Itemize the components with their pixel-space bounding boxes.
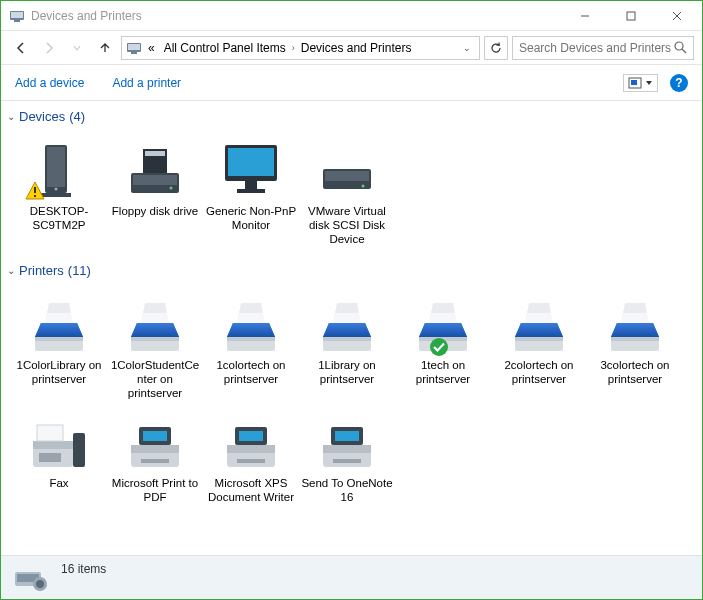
view-icon (628, 77, 642, 89)
item-label: Microsoft XPS Document Writer (205, 477, 297, 505)
svg-rect-13 (631, 80, 637, 85)
svg-rect-14 (34, 187, 36, 193)
item-label: Generic Non-PnP Monitor (205, 205, 297, 233)
device-item[interactable]: Floppy disk drive (107, 133, 203, 250)
device-item[interactable]: 1tech on printserver (395, 287, 491, 404)
device-item[interactable]: Fax (11, 405, 107, 509)
refresh-button[interactable] (484, 36, 508, 60)
item-icon (503, 291, 575, 355)
window-title: Devices and Printers (31, 9, 562, 23)
item-label: Floppy disk drive (112, 205, 198, 219)
item-label: 1Library on printserver (301, 359, 393, 387)
chevron-down-icon: ⌄ (7, 265, 15, 276)
device-item[interactable]: Generic Non-PnP Monitor (203, 133, 299, 250)
item-icon (119, 409, 191, 473)
device-item[interactable]: Microsoft Print to PDF (107, 405, 203, 509)
address-bar[interactable]: « All Control Panel Items › Devices and … (121, 36, 480, 60)
group-grid: DESKTOP-SC9TM2P Floppy disk drive Generi… (7, 127, 696, 260)
breadcrumb-item[interactable]: All Control Panel Items (161, 39, 289, 57)
svg-point-20 (36, 580, 44, 588)
item-icon (407, 291, 479, 355)
device-item[interactable]: 1ColorLibrary on printserver (11, 287, 107, 404)
device-item[interactable]: 2colortech on printserver (491, 287, 587, 404)
recent-locations-button[interactable] (65, 36, 89, 60)
status-bar: 16 items (1, 555, 702, 599)
item-label: VMware Virtual disk SCSI Disk Device (301, 205, 393, 246)
search-box[interactable] (512, 36, 694, 60)
item-label: 1colortech on printserver (205, 359, 297, 387)
item-icon (119, 291, 191, 355)
device-item[interactable]: 1ColorStudentCenter on printserver (107, 287, 203, 404)
command-bar: Add a device Add a printer ? (1, 65, 702, 101)
item-icon (311, 137, 383, 201)
breadcrumb-item[interactable]: Devices and Printers (298, 39, 415, 57)
device-item[interactable]: 3colortech on printserver (587, 287, 683, 404)
item-icon (215, 291, 287, 355)
svg-rect-2 (14, 20, 20, 22)
device-item[interactable]: 1Library on printserver (299, 287, 395, 404)
item-icon (23, 409, 95, 473)
item-icon (311, 409, 383, 473)
group-header[interactable]: ⌄ Devices (4) (7, 106, 696, 127)
item-label: 2colortech on printserver (493, 359, 585, 387)
status-text: 16 items (61, 562, 106, 576)
group-name: Devices (19, 109, 65, 124)
window-icon (9, 8, 25, 24)
default-check-icon (429, 337, 449, 357)
help-button[interactable]: ? (670, 74, 688, 92)
item-icon (215, 137, 287, 201)
device-item[interactable]: Microsoft XPS Document Writer (203, 405, 299, 509)
device-item[interactable]: DESKTOP-SC9TM2P (11, 133, 107, 250)
content-pane: ⌄ Devices (4) DESKTOP-SC9TM2P Floppy dis… (1, 102, 702, 555)
svg-line-11 (682, 49, 686, 53)
item-label: 1tech on printserver (397, 359, 489, 387)
device-item[interactable]: Send To OneNote 16 (299, 405, 395, 509)
svg-point-10 (675, 42, 683, 50)
item-icon (215, 409, 287, 473)
svg-rect-8 (128, 44, 140, 50)
device-item[interactable]: 1colortech on printserver (203, 287, 299, 404)
item-label: 1ColorLibrary on printserver (13, 359, 105, 387)
status-icon (13, 562, 49, 594)
breadcrumb-ellipsis[interactable]: « (145, 39, 158, 57)
group-grid: 1ColorLibrary on printserver 1ColorStude… (7, 281, 696, 518)
item-icon (119, 137, 191, 201)
address-icon (126, 40, 142, 56)
chevron-down-icon: ⌄ (7, 111, 15, 122)
device-item[interactable]: VMware Virtual disk SCSI Disk Device (299, 133, 395, 250)
item-icon (599, 291, 671, 355)
svg-rect-1 (11, 12, 23, 18)
svg-rect-4 (627, 12, 635, 20)
item-label: 3colortech on printserver (589, 359, 681, 387)
item-label: Microsoft Print to PDF (109, 477, 201, 505)
item-icon (23, 137, 95, 201)
search-input[interactable] (519, 41, 674, 55)
group-count: (4) (69, 109, 85, 124)
minimize-button[interactable] (562, 1, 608, 31)
chevron-down-icon (645, 79, 653, 87)
warning-icon (25, 181, 45, 201)
view-options-button[interactable] (623, 74, 658, 92)
item-icon (23, 291, 95, 355)
svg-rect-15 (34, 195, 36, 197)
add-printer-button[interactable]: Add a printer (112, 76, 181, 90)
nav-row: « All Control Panel Items › Devices and … (1, 31, 702, 65)
group-header[interactable]: ⌄ Printers (11) (7, 260, 696, 281)
search-icon[interactable] (674, 41, 687, 54)
svg-point-16 (430, 338, 448, 356)
maximize-button[interactable] (608, 1, 654, 31)
back-button[interactable] (9, 36, 33, 60)
item-label: 1ColorStudentCenter on printserver (109, 359, 201, 400)
add-device-button[interactable]: Add a device (15, 76, 84, 90)
close-button[interactable] (654, 1, 700, 31)
titlebar: Devices and Printers (1, 1, 702, 31)
item-label: Send To OneNote 16 (301, 477, 393, 505)
up-button[interactable] (93, 36, 117, 60)
breadcrumb-sep-icon: › (292, 43, 295, 53)
item-label: Fax (49, 477, 68, 491)
forward-button[interactable] (37, 36, 61, 60)
svg-rect-9 (131, 52, 137, 54)
address-dropdown-button[interactable]: ⌄ (459, 43, 475, 53)
group-count: (11) (68, 263, 91, 278)
item-icon (311, 291, 383, 355)
